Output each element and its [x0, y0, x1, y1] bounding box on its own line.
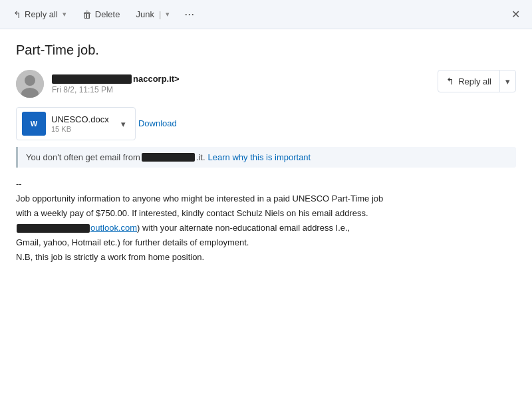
info-banner-suffix: .it.: [196, 152, 205, 162]
reply-all-icon: ↰: [13, 9, 21, 20]
attachment-item[interactable]: W UNESCO.docx 15 KB ▾: [16, 107, 136, 140]
sender-info: naccorp.it> Fri 8/2, 11:15 PM: [52, 73, 180, 94]
reply-all-main-btn[interactable]: ↰ Reply all: [438, 70, 500, 92]
toolbar: ↰ Reply all ▾ 🗑 Delete Junk | ▾ ··· ✕: [0, 0, 532, 29]
more-button[interactable]: ···: [179, 3, 200, 25]
info-banner-prefix: You don't often get email from: [26, 152, 140, 162]
delete-label: Delete: [95, 9, 120, 19]
download-link[interactable]: Download: [138, 118, 177, 128]
close-button[interactable]: ✕: [506, 4, 525, 25]
email-subject: Part-Time job.: [16, 43, 516, 58]
email-header: naccorp.it> Fri 8/2, 11:15 PM ↰ Reply al…: [16, 70, 516, 98]
svg-point-1: [25, 75, 35, 86]
junk-chevron: ▾: [166, 10, 170, 19]
attachment-chevron-icon[interactable]: ▾: [118, 116, 128, 132]
reply-all-chevron: ▾: [63, 10, 66, 19]
close-icon: ✕: [511, 8, 520, 21]
delete-icon: 🗑: [82, 9, 92, 20]
sender-redacted: [52, 74, 132, 84]
attachment-name: UNESCO.docx: [51, 114, 113, 124]
delete-button[interactable]: 🗑 Delete: [76, 5, 127, 24]
sender-domain-redacted: [142, 153, 195, 162]
sender-name: naccorp.it>: [52, 73, 180, 84]
attachment-area: W UNESCO.docx 15 KB ▾ Download: [16, 107, 516, 140]
more-icon: ···: [184, 7, 194, 21]
body-outlook-link[interactable]: outlook.com: [90, 223, 137, 233]
learn-why-link[interactable]: Learn why this is important: [208, 152, 311, 162]
junk-button[interactable]: Junk | ▾: [129, 5, 176, 23]
reply-all-header-icon: ↰: [446, 76, 454, 86]
junk-label: Junk: [136, 9, 154, 19]
email-content: Part-Time job. naccorp.it> Fri 8/2, 11:1…: [0, 29, 532, 265]
chevron-down-icon: ▾: [505, 76, 510, 86]
email-body: -- Job opportunity information to anyone…: [16, 177, 516, 265]
avatar: [16, 70, 44, 98]
info-banner: You don't often get email from .it. Lear…: [16, 147, 516, 168]
body-email-redacted: [17, 224, 90, 233]
attachment-info: UNESCO.docx 15 KB: [51, 114, 113, 133]
reply-all-header-label: Reply all: [458, 76, 491, 86]
sender-domain: naccorp.it>: [133, 74, 180, 84]
attachment-size: 15 KB: [51, 125, 113, 133]
junk-separator: |: [158, 9, 162, 19]
email-date: Fri 8/2, 11:15 PM: [52, 85, 180, 94]
email-header-left: naccorp.it> Fri 8/2, 11:15 PM: [16, 70, 180, 98]
reply-all-dropdown-btn[interactable]: ▾: [500, 70, 515, 92]
reply-all-label: Reply all: [25, 9, 58, 19]
word-icon: W: [22, 112, 46, 136]
reply-all-header-button[interactable]: ↰ Reply all ▾: [438, 70, 516, 92]
reply-all-button[interactable]: ↰ Reply all ▾: [7, 5, 73, 24]
